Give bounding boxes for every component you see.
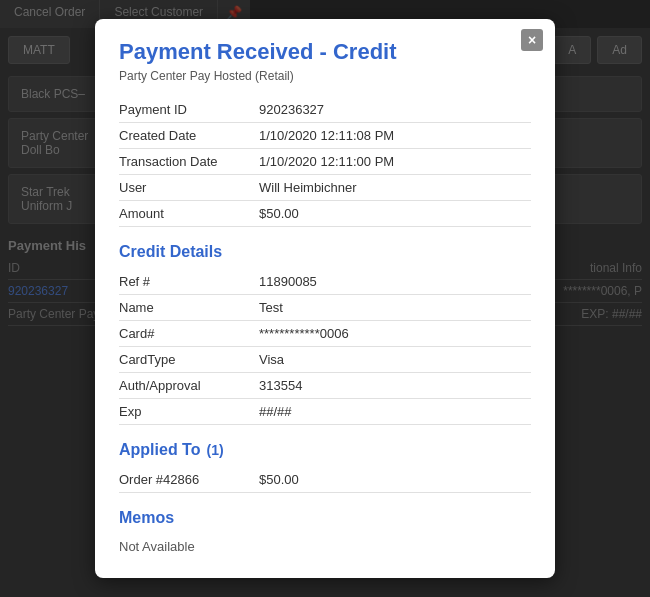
credit-detail-label: Exp (119, 399, 259, 425)
payment-info-row: Amount$50.00 (119, 201, 531, 227)
credit-detail-row: Auth/Approval313554 (119, 373, 531, 399)
credit-detail-value: ##/## (259, 399, 531, 425)
applied-to-header: Applied To (119, 441, 200, 459)
credit-detail-label: Name (119, 295, 259, 321)
credit-detail-label: Card# (119, 321, 259, 347)
payment-info-value: $50.00 (259, 201, 531, 227)
payment-info-value: 1/10/2020 12:11:08 PM (259, 123, 531, 149)
payment-info-row: Payment ID920236327 (119, 97, 531, 123)
credit-detail-value: Visa (259, 347, 531, 373)
applied-to-order-value: $50.00 (259, 467, 531, 493)
payment-info-row: Transaction Date1/10/2020 12:11:00 PM (119, 149, 531, 175)
modal-close-button[interactable]: × (521, 29, 543, 51)
modal-body: Payment Received - Credit Party Center P… (95, 19, 555, 578)
credit-detail-label: Ref # (119, 269, 259, 295)
credit-detail-row: Ref #11890085 (119, 269, 531, 295)
credit-detail-row: CardTypeVisa (119, 347, 531, 373)
applied-to-row: Order #42866$50.00 (119, 467, 531, 493)
payment-info-label: Payment ID (119, 97, 259, 123)
credit-detail-value: 11890085 (259, 269, 531, 295)
payment-info-row: Created Date1/10/2020 12:11:08 PM (119, 123, 531, 149)
credit-detail-value: Test (259, 295, 531, 321)
payment-info-label: User (119, 175, 259, 201)
payment-info-row: UserWill Heimbichner (119, 175, 531, 201)
modal-title: Payment Received - Credit (119, 39, 531, 65)
applied-to-count: (1) (206, 442, 223, 458)
credit-detail-value: ************0006 (259, 321, 531, 347)
credit-detail-row: Exp##/## (119, 399, 531, 425)
applied-to-order-label: Order #42866 (119, 467, 259, 493)
credit-details-table: Ref #11890085NameTestCard#************00… (119, 269, 531, 425)
payment-info-value: 1/10/2020 12:11:00 PM (259, 149, 531, 175)
payment-info-label: Created Date (119, 123, 259, 149)
payment-info-table: Payment ID920236327Created Date1/10/2020… (119, 97, 531, 227)
payment-info-value: Will Heimbichner (259, 175, 531, 201)
credit-detail-row: NameTest (119, 295, 531, 321)
credit-detail-value: 313554 (259, 373, 531, 399)
payment-modal: × Payment Received - Credit Party Center… (95, 19, 555, 578)
payment-info-label: Amount (119, 201, 259, 227)
credit-detail-label: Auth/Approval (119, 373, 259, 399)
modal-subtitle: Party Center Pay Hosted (Retail) (119, 69, 531, 83)
credit-details-header: Credit Details (119, 243, 531, 261)
payment-info-value: 920236327 (259, 97, 531, 123)
memos-header: Memos (119, 509, 531, 527)
modal-overlay: × Payment Received - Credit Party Center… (0, 0, 650, 597)
credit-detail-row: Card#************0006 (119, 321, 531, 347)
memos-value: Not Available (119, 535, 531, 558)
credit-detail-label: CardType (119, 347, 259, 373)
applied-to-table: Order #42866$50.00 (119, 467, 531, 493)
payment-info-label: Transaction Date (119, 149, 259, 175)
